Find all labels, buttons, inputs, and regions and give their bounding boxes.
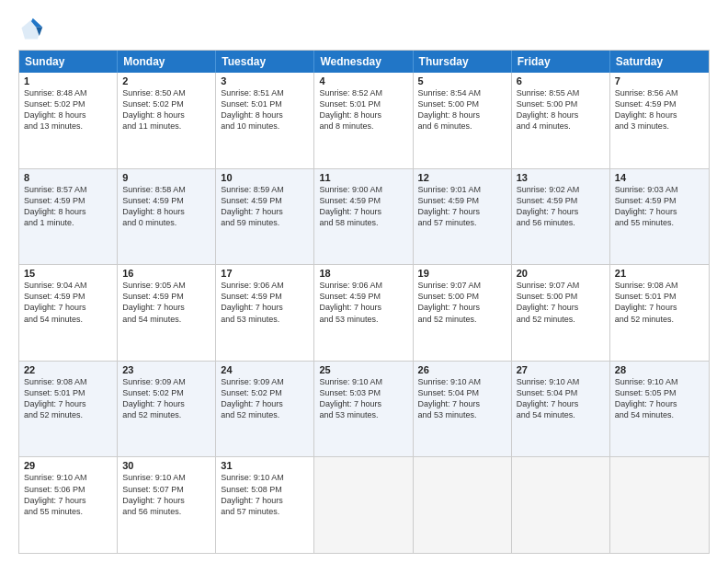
day-number: 9: [122, 172, 210, 183]
day-info: Sunrise: 9:08 AMSunset: 5:01 PMDaylight:…: [24, 376, 112, 421]
day-number: 5: [418, 75, 506, 86]
day-number: 28: [615, 364, 704, 375]
cal-header-day: Tuesday: [216, 51, 314, 73]
day-info: Sunrise: 8:52 AMSunset: 5:01 PMDaylight:…: [319, 87, 407, 132]
cal-cell: 29Sunrise: 9:10 AMSunset: 5:06 PMDayligh…: [19, 457, 118, 553]
cal-header-day: Wednesday: [314, 51, 413, 73]
day-number: 12: [418, 172, 506, 183]
day-number: 13: [517, 172, 605, 183]
day-info: Sunrise: 9:09 AMSunset: 5:02 PMDaylight:…: [221, 376, 309, 421]
day-number: 22: [24, 364, 112, 375]
cal-cell: 23Sunrise: 9:09 AMSunset: 5:02 PMDayligh…: [118, 362, 216, 457]
calendar-body: 1Sunrise: 8:48 AMSunset: 5:02 PMDaylight…: [19, 73, 709, 553]
day-number: 25: [319, 364, 407, 375]
day-number: 27: [517, 364, 605, 375]
day-number: 30: [122, 460, 210, 471]
calendar: SundayMondayTuesdayWednesdayThursdayFrid…: [18, 50, 710, 554]
cal-cell: 6Sunrise: 8:55 AMSunset: 5:00 PMDaylight…: [512, 73, 610, 168]
day-number: 6: [517, 75, 605, 86]
page: SundayMondayTuesdayWednesdayThursdayFrid…: [0, 0, 728, 563]
cal-header-day: Friday: [512, 51, 610, 73]
cal-header-day: Monday: [118, 51, 216, 73]
cal-cell-empty: [414, 457, 512, 553]
cal-cell: 26Sunrise: 9:10 AMSunset: 5:04 PMDayligh…: [414, 362, 512, 457]
day-info: Sunrise: 9:10 AMSunset: 5:03 PMDaylight:…: [319, 376, 407, 421]
cal-header-day: Thursday: [414, 51, 512, 73]
day-info: Sunrise: 9:03 AMSunset: 4:59 PMDaylight:…: [615, 184, 704, 229]
day-info: Sunrise: 8:48 AMSunset: 5:02 PMDaylight:…: [24, 87, 112, 132]
day-number: 18: [319, 268, 407, 279]
day-info: Sunrise: 8:56 AMSunset: 4:59 PMDaylight:…: [615, 87, 704, 132]
day-info: Sunrise: 9:07 AMSunset: 5:00 PMDaylight:…: [517, 280, 605, 325]
day-number: 7: [615, 75, 704, 86]
cal-cell: 5Sunrise: 8:54 AMSunset: 5:00 PMDaylight…: [414, 73, 512, 168]
calendar-week: 1Sunrise: 8:48 AMSunset: 5:02 PMDaylight…: [19, 73, 709, 169]
cal-header-day: Saturday: [610, 51, 709, 73]
cal-cell: 7Sunrise: 8:56 AMSunset: 4:59 PMDaylight…: [610, 73, 709, 168]
day-number: 11: [319, 172, 407, 183]
day-info: Sunrise: 9:10 AMSunset: 5:07 PMDaylight:…: [122, 472, 210, 517]
logo: [18, 17, 48, 42]
day-number: 1: [24, 75, 112, 86]
day-info: Sunrise: 9:10 AMSunset: 5:04 PMDaylight:…: [418, 376, 506, 421]
cal-cell: 10Sunrise: 8:59 AMSunset: 4:59 PMDayligh…: [216, 169, 314, 265]
day-info: Sunrise: 8:55 AMSunset: 5:00 PMDaylight:…: [517, 87, 605, 132]
day-number: 8: [24, 172, 112, 183]
day-number: 20: [517, 268, 605, 279]
calendar-week: 29Sunrise: 9:10 AMSunset: 5:06 PMDayligh…: [19, 457, 709, 553]
day-number: 26: [418, 364, 506, 375]
day-number: 21: [615, 268, 704, 279]
day-number: 10: [221, 172, 309, 183]
cal-cell: 16Sunrise: 9:05 AMSunset: 4:59 PMDayligh…: [118, 265, 216, 361]
cal-cell: 11Sunrise: 9:00 AMSunset: 4:59 PMDayligh…: [314, 169, 413, 265]
logo-icon: [18, 17, 44, 42]
cal-cell: 8Sunrise: 8:57 AMSunset: 4:59 PMDaylight…: [19, 169, 118, 265]
day-info: Sunrise: 9:05 AMSunset: 4:59 PMDaylight:…: [122, 280, 210, 325]
cal-cell: 13Sunrise: 9:02 AMSunset: 4:59 PMDayligh…: [512, 169, 610, 265]
day-info: Sunrise: 9:09 AMSunset: 5:02 PMDaylight:…: [122, 376, 210, 421]
cal-cell: 15Sunrise: 9:04 AMSunset: 4:59 PMDayligh…: [19, 265, 118, 361]
day-number: 29: [24, 460, 112, 471]
day-number: 16: [122, 268, 210, 279]
cal-cell: 17Sunrise: 9:06 AMSunset: 4:59 PMDayligh…: [216, 265, 314, 361]
cal-cell: 31Sunrise: 9:10 AMSunset: 5:08 PMDayligh…: [216, 457, 314, 553]
day-info: Sunrise: 9:00 AMSunset: 4:59 PMDaylight:…: [319, 184, 407, 229]
day-info: Sunrise: 8:58 AMSunset: 4:59 PMDaylight:…: [122, 184, 210, 229]
day-info: Sunrise: 9:10 AMSunset: 5:04 PMDaylight:…: [517, 376, 605, 421]
cal-cell: 9Sunrise: 8:58 AMSunset: 4:59 PMDaylight…: [118, 169, 216, 265]
day-info: Sunrise: 9:07 AMSunset: 5:00 PMDaylight:…: [418, 280, 506, 325]
day-info: Sunrise: 9:06 AMSunset: 4:59 PMDaylight:…: [319, 280, 407, 325]
day-info: Sunrise: 9:06 AMSunset: 4:59 PMDaylight:…: [221, 280, 309, 325]
cal-cell: 28Sunrise: 9:10 AMSunset: 5:05 PMDayligh…: [610, 362, 709, 457]
calendar-header: SundayMondayTuesdayWednesdayThursdayFrid…: [19, 51, 709, 73]
calendar-week: 8Sunrise: 8:57 AMSunset: 4:59 PMDaylight…: [19, 169, 709, 266]
cal-cell: 24Sunrise: 9:09 AMSunset: 5:02 PMDayligh…: [216, 362, 314, 457]
day-info: Sunrise: 8:51 AMSunset: 5:01 PMDaylight:…: [221, 87, 309, 132]
day-info: Sunrise: 9:10 AMSunset: 5:05 PMDaylight:…: [615, 376, 704, 421]
day-number: 4: [319, 75, 407, 86]
cal-cell: 27Sunrise: 9:10 AMSunset: 5:04 PMDayligh…: [512, 362, 610, 457]
cal-cell: 18Sunrise: 9:06 AMSunset: 4:59 PMDayligh…: [314, 265, 413, 361]
cal-cell: 1Sunrise: 8:48 AMSunset: 5:02 PMDaylight…: [19, 73, 118, 168]
day-info: Sunrise: 9:10 AMSunset: 5:08 PMDaylight:…: [221, 472, 309, 517]
day-info: Sunrise: 9:04 AMSunset: 4:59 PMDaylight:…: [24, 280, 112, 325]
day-number: 23: [122, 364, 210, 375]
day-info: Sunrise: 9:02 AMSunset: 4:59 PMDaylight:…: [517, 184, 605, 229]
calendar-week: 22Sunrise: 9:08 AMSunset: 5:01 PMDayligh…: [19, 362, 709, 458]
day-info: Sunrise: 9:10 AMSunset: 5:06 PMDaylight:…: [24, 472, 112, 517]
day-info: Sunrise: 8:57 AMSunset: 4:59 PMDaylight:…: [24, 184, 112, 229]
day-number: 14: [615, 172, 704, 183]
cal-cell-empty: [512, 457, 610, 553]
cal-cell: 30Sunrise: 9:10 AMSunset: 5:07 PMDayligh…: [118, 457, 216, 553]
header: [18, 17, 710, 42]
day-number: 2: [122, 75, 210, 86]
day-info: Sunrise: 8:59 AMSunset: 4:59 PMDaylight:…: [221, 184, 309, 229]
cal-cell: 12Sunrise: 9:01 AMSunset: 4:59 PMDayligh…: [414, 169, 512, 265]
cal-cell: 14Sunrise: 9:03 AMSunset: 4:59 PMDayligh…: [610, 169, 709, 265]
cal-cell: 19Sunrise: 9:07 AMSunset: 5:00 PMDayligh…: [414, 265, 512, 361]
day-info: Sunrise: 8:50 AMSunset: 5:02 PMDaylight:…: [122, 87, 210, 132]
cal-cell: 4Sunrise: 8:52 AMSunset: 5:01 PMDaylight…: [314, 73, 413, 168]
cal-cell: 22Sunrise: 9:08 AMSunset: 5:01 PMDayligh…: [19, 362, 118, 457]
cal-cell: 21Sunrise: 9:08 AMSunset: 5:01 PMDayligh…: [610, 265, 709, 361]
day-number: 19: [418, 268, 506, 279]
